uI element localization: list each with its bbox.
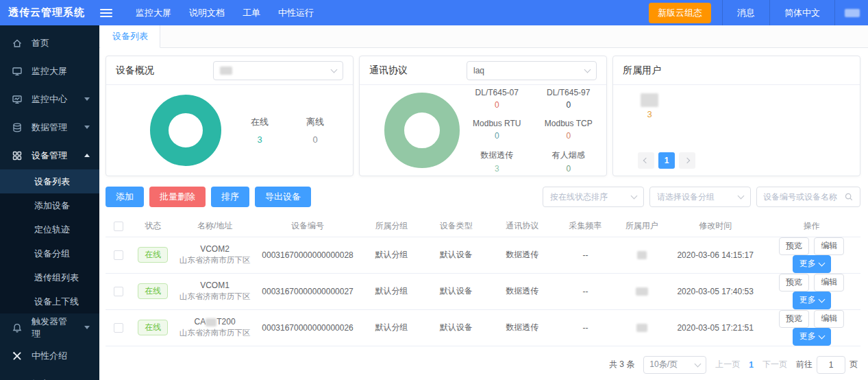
new-scada-button[interactable]: 新版云组态 [649,3,711,23]
status-badge: 在线 [138,247,168,263]
edit-button[interactable]: 编辑 [814,310,844,328]
nav-docs[interactable]: 说明文档 [189,7,225,19]
edit-button[interactable]: 编辑 [814,274,844,292]
goto-label: 前往 [796,359,813,370]
chevron-down-icon [84,326,90,329]
table-row: 在线 VCOM2 山东省济南市历下区 00031670000000000028 … [106,237,860,273]
preview-button[interactable]: 预览 [779,274,809,292]
submenu-item-device-group[interactable]: 设备分组 [0,241,99,265]
sidebar-item-device-management[interactable]: 设备管理 [0,141,99,169]
protocol-donut-chart [384,93,460,168]
messages-link[interactable]: 消息 [723,0,769,25]
device-group-select[interactable]: 请选择设备分组 [649,187,751,207]
device-name: VCOM1 [176,281,253,290]
chevron-down-icon [331,66,338,73]
nav-monitor-screen[interactable]: 监控大屏 [136,7,171,19]
sidebar-item-scada-management[interactable]: 组态管理 [0,370,99,380]
submenu-item-passthrough-group-list[interactable]: 透传组列表 [0,265,99,289]
row-checkbox[interactable] [114,323,123,333]
sort-button[interactable]: 排序 [211,187,249,207]
batch-delete-button[interactable]: 批量删除 [149,187,206,207]
next-page-button[interactable]: 下一页 [762,359,787,370]
redacted-username[interactable] [845,9,860,17]
stat-dlt645-07: DL/T645-07 0 [473,88,521,110]
table-header-row: 状态 名称/地址 设备编号 所属分组 设备类型 通讯协议 采集频率 所属用户 修… [106,216,860,237]
owner-title: 所属用户 [623,64,661,77]
chevron-down-icon [84,126,90,129]
device-overview-select[interactable] [213,61,343,80]
preview-button[interactable]: 预览 [779,310,809,328]
online-status-sort-select[interactable]: 按在线状态排序 [543,187,644,207]
more-button[interactable]: 更多 [793,255,831,273]
submenu-item-location-track[interactable]: 定位轨迹 [0,217,99,241]
monitor-center-icon [12,94,23,105]
prev-page-button[interactable]: 上一页 [715,359,740,370]
sidebar-item-home[interactable]: 首页 [0,29,99,57]
hamburger-icon[interactable] [100,9,112,17]
add-button[interactable]: 添加 [106,187,144,207]
owner-prev-page-button[interactable] [638,152,654,169]
chevron-down-icon [695,360,702,367]
row-checkbox[interactable] [114,250,123,260]
sidebar-item-neutral-intro[interactable]: 中性介绍 [0,342,99,370]
status-badge: 在线 [138,320,168,335]
sidebar-item-data-management[interactable]: 数据管理 [0,113,99,141]
preview-button[interactable]: 预览 [779,237,809,255]
chevron-down-icon [584,66,591,73]
protocol-card: 通讯协议 laq DL/T645-07 0 [359,56,607,176]
total-count: 共 3 条 [609,359,634,370]
protocol-title: 通讯协议 [369,64,408,77]
language-link[interactable]: 简体中文 [770,0,834,25]
nav-work-order[interactable]: 工单 [243,7,260,19]
stat-modbus-rtu: Modbus RTU 0 [473,119,521,141]
device-address: 山东省济南市历下区 [176,328,253,338]
redacted-text [206,318,216,326]
search-icon[interactable] [844,192,854,202]
divider [834,0,835,25]
stat-modbus-tcp: Modbus TCP 0 [545,119,593,141]
sidebar-item-trigger-management[interactable]: 触发器管理 [0,313,99,342]
nav-neutral-run[interactable]: 中性运行 [278,7,314,19]
home-icon [12,38,23,49]
owner-pager: 1 [638,152,695,169]
page-1-button[interactable]: 1 [749,360,754,370]
tab-bar: 设备列表 [99,25,868,48]
col-protocol: 通讯协议 [489,216,555,237]
more-button[interactable]: 更多 [793,292,831,309]
topbar: 透传云管理系统 监控大屏 说明文档 工单 中性运行 新版云组态 消息 简体中文 [0,0,868,25]
redacted-owner [636,324,647,332]
submenu-item-add-device[interactable]: 添加设备 [0,193,99,217]
col-device-id: 设备编号 [256,216,360,237]
row-checkbox[interactable] [114,287,123,296]
sidebar-item-monitor-screen[interactable]: 监控大屏 [0,57,99,85]
submenu-item-device-online-offline[interactable]: 设备上下线 [0,289,99,313]
device-management-submenu: 设备列表 添加设备 定位轨迹 设备分组 透传组列表 设备上下线 [0,169,99,313]
export-devices-button[interactable]: 导出设备 [255,187,311,207]
tab-device-list[interactable]: 设备列表 [101,25,160,48]
sidebar-item-monitor-center[interactable]: 监控中心 [0,85,99,113]
owner-page-1-button[interactable]: 1 [658,152,675,169]
submenu-item-device-list[interactable]: 设备列表 [0,169,99,193]
redacted-owner [637,251,647,259]
select-all-checkbox[interactable] [114,222,123,231]
protocol-select[interactable]: laq [467,61,597,80]
chevron-down-icon [818,332,825,339]
page-size-select[interactable]: 10条/页 [643,356,706,374]
owner-next-page-button[interactable] [679,152,695,169]
chevron-right-icon [684,158,690,163]
database-icon [12,122,23,133]
device-search-input[interactable] [763,192,844,202]
device-status-donut-chart [150,95,221,166]
chevron-left-icon [643,158,649,163]
chevron-down-icon [818,259,825,266]
edit-button[interactable]: 编辑 [814,237,844,255]
table-row: 在线 VCOM1 山东省济南市历下区 00031670000000000027 … [106,273,860,309]
tools-icon [12,351,23,361]
device-id: 00031670000000000027 [256,273,360,309]
more-button[interactable]: 更多 [793,328,831,346]
goto-page-input[interactable] [817,356,845,374]
legend-online: 在线 3 [251,116,269,145]
owner-user[interactable]: 3 [641,93,658,119]
redacted-username [641,93,658,107]
stat-smoke-sensor: 有人烟感 0 [545,150,593,174]
